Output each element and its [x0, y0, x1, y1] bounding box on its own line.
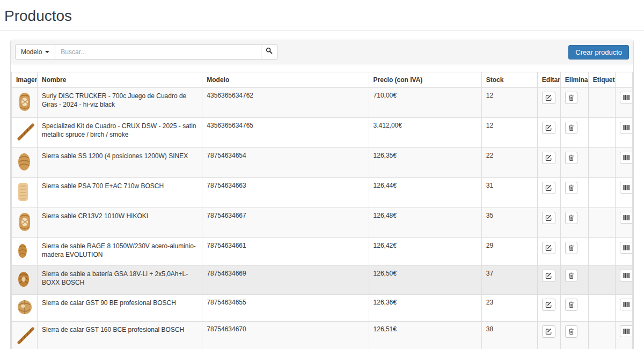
product-stock: 29 [481, 238, 537, 266]
barcode-button[interactable] [620, 122, 633, 133]
edit-button[interactable] [542, 325, 555, 338]
table-header-row: Imagen Nombre Modelo Precio (con IVA) St… [12, 72, 633, 88]
col-header-nombre: Nombre [38, 72, 202, 88]
delete-button[interactable] [565, 242, 577, 254]
search-button[interactable] [261, 44, 277, 60]
product-image-cell [12, 295, 38, 322]
table-row: Specialized Kit de Cuadro - CRUX DSW - 2… [12, 118, 633, 148]
product-stock: 35 [481, 208, 537, 238]
product-price: 126,50€ [369, 266, 481, 295]
edit-button[interactable] [542, 212, 555, 224]
table-row: Sierra de sable RAGE 8 1050W/230V acero-… [12, 238, 633, 266]
barcode-button[interactable] [620, 242, 633, 254]
product-name: Sierra de sable RAGE 8 1050W/230V acero-… [38, 238, 202, 266]
product-stock: 38 [481, 322, 537, 349]
delete-button[interactable] [565, 325, 577, 338]
barcode-button[interactable] [620, 152, 633, 164]
product-model: 78754634654 [202, 148, 369, 178]
caret-down-icon [45, 51, 49, 53]
title-divider [0, 30, 644, 31]
product-name: Sierra de calar GST 90 BE profesional BO… [38, 295, 202, 322]
barcode-button[interactable] [620, 325, 633, 337]
barcode-button[interactable] [620, 182, 633, 194]
table-wrap: Imagen Nombre Modelo Precio (con IVA) St… [11, 64, 633, 349]
barcode-button[interactable] [620, 92, 633, 103]
edit-button[interactable] [542, 270, 555, 282]
product-image-cell [12, 148, 38, 178]
product-image-cell [12, 208, 38, 238]
products-tbody: Surly DISC TRUCKER - 700c Juego de Cuadr… [12, 88, 633, 349]
product-stock: 12 [481, 88, 537, 118]
product-price: 126,42€ [369, 238, 481, 266]
product-stock: 22 [481, 148, 537, 178]
product-price: 126,48€ [369, 208, 481, 238]
product-name: Sierra sable PSA 700 E+AC 710w BOSCH [38, 178, 202, 208]
edit-button[interactable] [542, 152, 555, 164]
table-row: Sierra de sable a batería GSA 18V-Li + 2… [12, 266, 633, 295]
label-cell [588, 88, 615, 118]
search-input[interactable] [55, 44, 261, 60]
filter-dropdown-button[interactable]: Modelo [15, 44, 55, 60]
product-stock: 37 [481, 266, 537, 295]
table-row: Sierra de calar GST 90 BE profesional BO… [12, 295, 633, 322]
product-model: 78754634670 [202, 322, 369, 349]
edit-button[interactable] [542, 122, 555, 134]
create-product-button[interactable]: Crear producto [568, 45, 629, 60]
label-cell [588, 322, 615, 349]
col-header-imagen: Imagen [12, 72, 38, 88]
product-image-cell [12, 178, 38, 208]
product-name: Sierra sable SS 1200 (4 posiciones 1200W… [38, 148, 202, 178]
product-price: 126,44€ [369, 178, 481, 208]
col-header-etiqueta: Etiqueta [588, 72, 615, 88]
table-row: Sierra de calar GST 160 BCE profesional … [12, 322, 633, 349]
label-cell [588, 148, 615, 178]
product-price: 126,51€ [369, 322, 481, 349]
delete-button[interactable] [565, 152, 577, 164]
edit-button[interactable] [542, 242, 555, 254]
delete-button[interactable] [565, 122, 577, 134]
label-cell [588, 208, 615, 238]
filter-dropdown-label: Modelo [21, 48, 42, 57]
product-name: Specialized Kit de Cuadro - CRUX DSW - 2… [38, 118, 202, 148]
delete-button[interactable] [565, 270, 577, 282]
col-header-modelo: Modelo [202, 72, 369, 88]
products-panel: Modelo Crear producto [10, 40, 634, 349]
delete-button[interactable] [565, 182, 577, 194]
product-image-cell [12, 322, 38, 349]
product-model: 78754634669 [202, 266, 369, 295]
products-table: Imagen Nombre Modelo Precio (con IVA) St… [11, 72, 633, 349]
delete-button[interactable] [565, 212, 577, 224]
product-image [16, 122, 35, 142]
product-image-cell [12, 88, 38, 118]
product-model: 78754634663 [202, 178, 369, 208]
col-header-eliminar: Eliminar [560, 72, 588, 88]
product-price: 126,35€ [369, 148, 481, 178]
product-image [16, 152, 32, 172]
search-icon [266, 47, 273, 57]
col-header-stock: Stock [481, 72, 537, 88]
table-row: Surly DISC TRUCKER - 700c Juego de Cuadr… [12, 88, 633, 118]
product-price: 126,36€ [369, 295, 481, 322]
col-header-barcode [615, 72, 632, 88]
product-model: 4356365634762 [202, 88, 369, 118]
label-cell [588, 266, 615, 295]
edit-button[interactable] [542, 182, 555, 194]
product-image-cell [12, 238, 38, 266]
product-model: 78754634655 [202, 295, 369, 322]
table-row: Sierra sable PSA 700 E+AC 710w BOSCH 787… [12, 178, 633, 208]
barcode-button[interactable] [620, 270, 633, 281]
delete-button[interactable] [565, 92, 577, 104]
product-image-cell [12, 266, 38, 295]
product-model: 78754634667 [202, 208, 369, 238]
barcode-button[interactable] [620, 212, 633, 224]
edit-button[interactable] [542, 299, 555, 311]
delete-button[interactable] [565, 299, 577, 311]
product-image-cell [12, 118, 38, 148]
product-name: Sierra sable CR13V2 1010W HIKOKI [38, 208, 202, 238]
label-cell [588, 178, 615, 208]
edit-button[interactable] [542, 92, 555, 104]
label-cell [588, 295, 615, 322]
barcode-button[interactable] [620, 299, 633, 310]
table-row: Sierra sable SS 1200 (4 posiciones 1200W… [12, 148, 633, 178]
product-name: Sierra de sable a batería GSA 18V-Li + 2… [38, 266, 202, 295]
